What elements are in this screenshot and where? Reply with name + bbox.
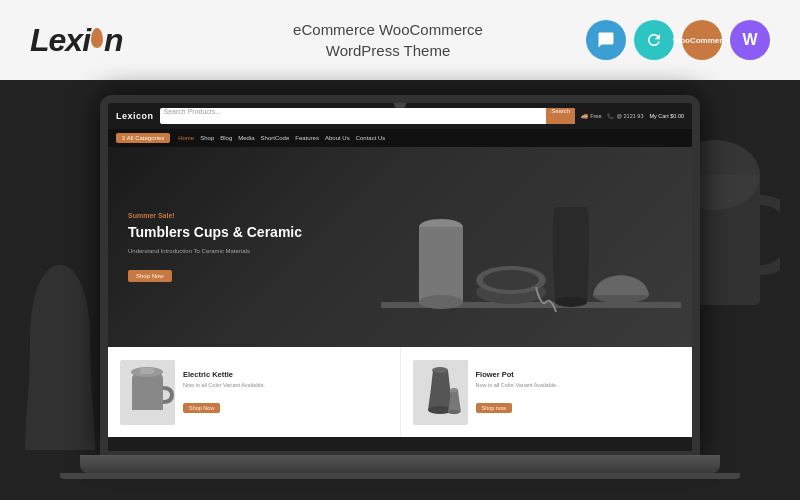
shipping-info: 🚚 Free <box>581 113 601 119</box>
refresh-icon <box>645 31 663 49</box>
site-logo-small: Lexicon <box>116 111 154 121</box>
nav-blog[interactable]: Blog <box>220 135 232 141</box>
kettle-shop-button[interactable]: Shop Now <box>183 403 220 413</box>
nav-links: Home Shop Blog Media ShortCode Features … <box>178 135 385 141</box>
flowerpot-info: Flower Pot Now in all Color Variant Avai… <box>476 370 681 413</box>
hero-section: Summer Sale! Tumblers Cups & Ceramic Und… <box>108 147 692 347</box>
search-input-small[interactable]: Search Products... <box>160 108 547 124</box>
product-card-kettle: Electric Kettle Now in all Color Variant… <box>108 347 401 437</box>
kettle-info: Electric Kettle Now in all Color Variant… <box>183 370 388 413</box>
nav-home[interactable]: Home <box>178 135 194 141</box>
woo-label: WooCommerce <box>673 36 732 45</box>
bg-vase-left <box>20 260 100 460</box>
refresh-icon-circle[interactable] <box>634 20 674 60</box>
laptop-mockup: Lexicon Search Products... Search 🚚 Free… <box>100 95 700 485</box>
laptop-base <box>80 455 720 473</box>
nav-info-area: 🚚 Free 📞 @ 2121 93 <box>581 113 643 119</box>
top-header: Lexin eCommerce WooCommerce WordPress Th… <box>0 0 800 80</box>
kettle-name: Electric Kettle <box>183 370 388 379</box>
categories-button[interactable]: ≡ All Categories <box>116 133 170 143</box>
flowerpot-svg <box>413 360 468 425</box>
nav-shop[interactable]: Shop <box>200 135 214 141</box>
svg-point-10 <box>555 297 587 307</box>
svg-point-5 <box>419 295 463 309</box>
woo-icon-circle[interactable]: WooCommerce <box>682 20 722 60</box>
flowerpot-shop-button[interactable]: Shop now <box>476 403 512 413</box>
laptop-notch <box>394 103 406 108</box>
brand-logo: Lexi <box>30 22 90 59</box>
hero-subtitle: Understand Introduction To Ceramic Mater… <box>128 248 672 254</box>
wp-icon-circle[interactable]: W <box>730 20 770 60</box>
nav-about[interactable]: About Us <box>325 135 350 141</box>
contact-info: 📞 @ 2121 93 <box>607 113 643 119</box>
flowerpot-desc: Now in all Color Variant Available. <box>476 382 681 389</box>
kettle-image <box>120 360 175 425</box>
logo-icon <box>91 28 103 48</box>
kettle-svg <box>120 360 175 425</box>
laptop-screen-body: Lexicon Search Products... Search 🚚 Free… <box>100 95 700 455</box>
chat-icon <box>597 31 615 49</box>
flowerpot-name: Flower Pot <box>476 370 681 379</box>
search-bar[interactable]: Search Products... Search <box>160 108 576 124</box>
header-icons: WooCommerce W <box>586 20 770 60</box>
flowerpot-image <box>413 360 468 425</box>
tagline-line2: WordPress Theme <box>210 40 566 61</box>
hero-title: Tumblers Cups & Ceramic <box>128 223 672 241</box>
contact-number: @ 2121 93 <box>616 113 643 119</box>
cart-info[interactable]: My Cart $0.00 <box>649 113 684 119</box>
shipping-text: Free <box>590 113 601 119</box>
hero-sale-label: Summer Sale! <box>128 212 672 219</box>
main-content: Lexicon Search Products... Search 🚚 Free… <box>0 80 800 500</box>
nav-features[interactable]: Features <box>295 135 319 141</box>
tagline-line1: eCommerce WooCommerce <box>210 19 566 40</box>
svg-point-16 <box>432 367 448 373</box>
product-card-flowerpot: Flower Pot Now in all Color Variant Avai… <box>401 347 693 437</box>
hero-cta-button[interactable]: Shop Now <box>128 270 172 282</box>
svg-point-19 <box>448 410 460 414</box>
brand-logo-2: n <box>104 22 123 59</box>
nav-contact[interactable]: Contact Us <box>356 135 386 141</box>
phone-icon: 📞 <box>607 113 614 119</box>
website-screen: Lexicon Search Products... Search 🚚 Free… <box>108 103 692 451</box>
search-button-small[interactable]: Search <box>546 108 575 124</box>
hero-text-area: Summer Sale! Tumblers Cups & Ceramic Und… <box>128 212 672 281</box>
product-row: Electric Kettle Now in all Color Variant… <box>108 347 692 437</box>
kettle-desc: Now in all Color Variant Available. <box>183 382 388 389</box>
wp-label: W <box>742 31 757 49</box>
truck-icon: 🚚 <box>581 113 588 119</box>
laptop-foot <box>60 473 740 479</box>
svg-rect-14 <box>140 368 154 374</box>
chat-icon-circle[interactable] <box>586 20 626 60</box>
tagline: eCommerce WooCommerce WordPress Theme <box>210 19 566 61</box>
svg-point-18 <box>450 388 458 392</box>
logo-area: Lexin <box>30 22 190 59</box>
nav-media[interactable]: Media <box>238 135 254 141</box>
category-bar: ≡ All Categories Home Shop Blog Media Sh… <box>108 129 692 147</box>
nav-shortcode[interactable]: ShortCode <box>261 135 290 141</box>
